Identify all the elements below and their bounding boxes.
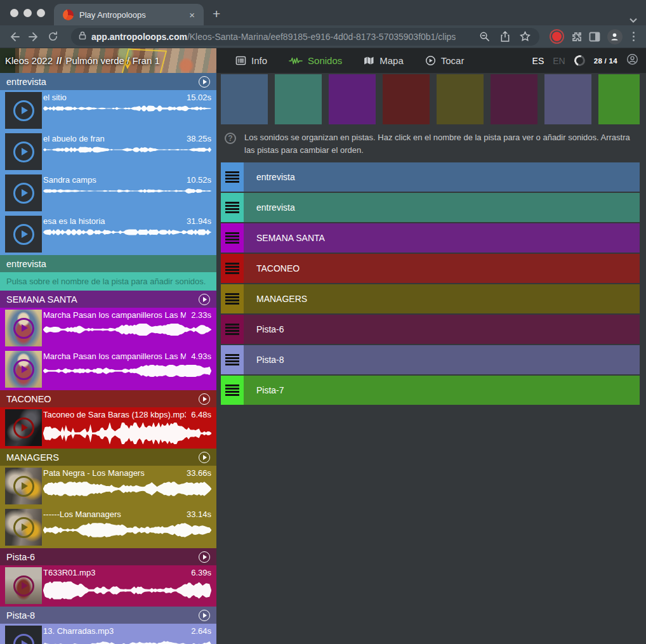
track-row[interactable]: SEMANA SANTA xyxy=(221,223,640,253)
sidebar-track-header[interactable]: MANAGERS xyxy=(0,449,216,466)
track-color-swatch[interactable] xyxy=(491,74,537,124)
address-bar[interactable]: app.antropoloops.com/Kleos-Santa-Marina/… xyxy=(71,28,539,46)
extensions-puzzle-icon[interactable] xyxy=(568,29,586,45)
clip-thumbnail[interactable] xyxy=(5,409,42,446)
track-color-swatch[interactable] xyxy=(544,74,591,124)
track-row[interactable]: Pista-6 xyxy=(221,315,640,344)
sidebar-track-header[interactable]: TACONEO xyxy=(0,390,216,407)
track-color-swatch[interactable] xyxy=(383,74,430,124)
drag-handle[interactable] xyxy=(221,315,244,344)
new-tab-button[interactable]: + xyxy=(204,6,229,25)
play-clip-icon[interactable] xyxy=(5,351,42,388)
clip-thumbnail[interactable] xyxy=(5,310,42,346)
clip-item[interactable]: 13. Charradas.mp3 2.64s xyxy=(0,624,216,644)
nav-tocar[interactable]: Tocar xyxy=(416,48,473,73)
clip-item[interactable]: Pata Negra - Los Managers 33.66s xyxy=(0,466,216,507)
play-track-icon[interactable] xyxy=(199,610,210,621)
nav-sonidos[interactable]: Sonidos xyxy=(280,48,351,73)
drag-handle[interactable] xyxy=(221,254,244,283)
clip-item[interactable]: Marcha Pasan los campanilleros Las Mejor… xyxy=(0,349,216,390)
track-row[interactable]: MANAGERS xyxy=(221,284,640,313)
play-clip-icon[interactable] xyxy=(5,92,42,129)
bookmark-star-icon[interactable] xyxy=(518,29,533,44)
play-clip-icon[interactable] xyxy=(5,567,42,604)
track-color-swatch[interactable] xyxy=(329,74,376,124)
clip-thumbnail[interactable] xyxy=(5,468,42,504)
clip-item[interactable]: T633R01.mp3 6.39s xyxy=(0,565,216,607)
reload-button[interactable] xyxy=(43,28,62,46)
play-clip-icon[interactable] xyxy=(5,626,42,644)
lang-es-button[interactable]: ES xyxy=(532,56,544,66)
play-track-icon[interactable] xyxy=(199,452,210,463)
play-clip-icon[interactable] xyxy=(5,509,42,546)
track-color-swatch[interactable] xyxy=(437,74,484,124)
drag-handle[interactable] xyxy=(221,223,244,253)
play-track-icon[interactable] xyxy=(199,294,210,305)
profile-avatar[interactable] xyxy=(607,29,623,44)
window-zoom-button[interactable] xyxy=(37,9,45,17)
clip-thumbnail[interactable] xyxy=(5,133,42,170)
drag-handle[interactable] xyxy=(221,376,244,405)
play-clip-icon[interactable] xyxy=(5,468,42,504)
clip-thumbnail[interactable] xyxy=(5,92,42,129)
tab-search-chevron-icon[interactable] xyxy=(630,14,637,19)
track-row[interactable]: entrevista xyxy=(221,193,640,222)
clip-item[interactable]: Taconeo de Sara Baras (128 kbps).mp3 6.4… xyxy=(0,407,216,449)
sidebar-track-header[interactable]: Pista-6 xyxy=(0,548,216,565)
clip-item[interactable]: ------Los Mananagers 33.14s xyxy=(0,507,216,548)
clip-item[interactable]: el abuelo de fran 38.25s xyxy=(0,131,216,173)
clip-thumbnail[interactable] xyxy=(5,351,42,388)
sidebar-track-header[interactable]: entrevista xyxy=(0,73,216,90)
track-row[interactable]: TACONEO xyxy=(221,254,640,283)
drag-handle[interactable] xyxy=(221,193,244,222)
play-track-icon[interactable] xyxy=(199,76,210,88)
play-clip-icon[interactable] xyxy=(5,409,42,446)
nav-info[interactable]: Info xyxy=(227,48,276,73)
sidebar-track-header[interactable]: entrevista xyxy=(0,255,216,272)
play-clip-icon[interactable] xyxy=(5,310,42,346)
browser-menu-icon[interactable] xyxy=(626,32,642,42)
clip-thumbnail[interactable] xyxy=(5,509,42,546)
forward-button[interactable] xyxy=(24,28,43,46)
clip-thumbnail[interactable] xyxy=(5,174,42,211)
nav-mapa[interactable]: Mapa xyxy=(355,48,412,73)
track-row[interactable]: Pista-7 xyxy=(221,376,640,405)
clip-item[interactable]: Sandra camps 10.52s xyxy=(0,173,216,214)
track-color-swatch[interactable] xyxy=(598,74,640,124)
clip-item[interactable]: el sitio 15.02s xyxy=(0,90,216,131)
sidebar-track-header[interactable]: SEMANA SANTA xyxy=(0,291,216,308)
drag-handle[interactable] xyxy=(221,284,244,313)
play-clip-icon[interactable] xyxy=(5,174,42,211)
play-clip-icon[interactable] xyxy=(5,216,42,253)
share-icon[interactable] xyxy=(498,29,513,44)
track-row[interactable]: Pista-8 xyxy=(221,345,640,374)
account-icon[interactable] xyxy=(626,53,638,68)
back-button[interactable] xyxy=(5,28,24,46)
project-breadcrumb[interactable]: Kleos 2022//Pulmón verde / Fran 1 xyxy=(0,48,216,73)
lang-en-button[interactable]: EN xyxy=(553,56,565,66)
track-row[interactable]: entrevista xyxy=(221,162,640,192)
clip-item[interactable]: esa es la historia 31.94s xyxy=(0,214,216,255)
play-track-icon[interactable] xyxy=(199,551,210,563)
browser-tab[interactable]: Play Antropoloops × xyxy=(54,4,204,25)
lock-icon[interactable] xyxy=(79,31,86,43)
recording-extension-icon[interactable] xyxy=(552,32,562,41)
clip-thumbnail[interactable] xyxy=(5,216,42,253)
url-text[interactable]: app.antropoloops.com/Kleos-Santa-Marina/… xyxy=(91,32,472,42)
track-color-swatch[interactable] xyxy=(221,74,268,124)
drag-handle[interactable] xyxy=(221,345,244,374)
clip-item[interactable]: Marcha Pasan los campanilleros Las Mejor… xyxy=(0,308,216,349)
tab-close-icon[interactable]: × xyxy=(187,9,197,21)
clip-thumbnail[interactable] xyxy=(5,567,42,604)
zoom-icon[interactable] xyxy=(477,29,492,44)
play-clip-icon[interactable] xyxy=(5,133,42,170)
drag-handle[interactable] xyxy=(221,162,244,192)
play-track-icon[interactable] xyxy=(199,393,210,405)
track-color-swatch[interactable] xyxy=(275,74,322,124)
window-minimize-button[interactable] xyxy=(23,9,32,17)
window-close-button[interactable] xyxy=(10,9,18,17)
sidebar-track-header[interactable]: Pista-8 xyxy=(0,607,216,624)
side-panel-icon[interactable] xyxy=(586,29,603,45)
clip-thumbnail[interactable] xyxy=(5,626,42,644)
clip-waveform xyxy=(43,364,211,378)
